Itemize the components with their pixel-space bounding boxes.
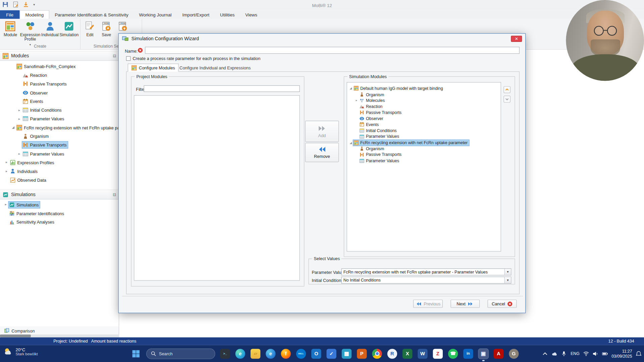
menu-tab-modeling[interactable]: Modeling — [19, 10, 49, 19]
firefox-icon[interactable]: f — [281, 349, 291, 358]
menu-tab-views[interactable]: Views — [240, 10, 263, 19]
tree-item-parameter-identifications[interactable]: Parameter Identifications — [0, 209, 119, 218]
remove-button[interactable]: Remove — [305, 143, 339, 162]
expander-open-icon[interactable]: ◢ — [11, 126, 16, 129]
menu-tab-working-journal[interactable]: Working Journal — [134, 10, 177, 19]
edge-teal-icon[interactable]: e — [235, 349, 245, 358]
taskbar-clock[interactable]: 11:27 03/09/2025 — [611, 349, 632, 358]
comparison-tab[interactable]: Comparison — [2, 327, 37, 334]
scrollbar-thumb[interactable] — [0, 335, 31, 338]
panel-minimize-icon[interactable]: ⊟ — [113, 192, 116, 197]
tree-item-events[interactable]: Events — [0, 97, 119, 106]
tree-item-passive-transports[interactable]: Passive Transports — [347, 152, 501, 158]
create-expression-profile-button[interactable]: Expression Profile ▾ — [20, 20, 41, 48]
tree-item-observer[interactable]: Observer — [0, 88, 119, 97]
tree-item-organism[interactable]: Organism — [347, 92, 501, 98]
name-input[interactable] — [145, 47, 520, 54]
tree-item-initial-conditions[interactable]: Initial Conditions — [347, 128, 501, 134]
simulation-settings-save-button[interactable]: PKML Save — [99, 20, 114, 38]
wifi-icon[interactable] — [583, 351, 589, 356]
next-button[interactable]: Next — [450, 300, 480, 308]
whatsapp-icon[interactable]: ☎ — [448, 349, 458, 358]
tree-item-fcrn-recycling-extension-with-net-fcrn-uptake-parameter[interactable]: ◢FcRn recycling extension with net FcRn … — [0, 123, 119, 132]
expander-closed-icon[interactable]: ▸ — [4, 169, 9, 173]
office-orange-icon[interactable]: P — [357, 349, 367, 358]
process-rate-checkbox[interactable] — [126, 56, 130, 61]
taskbar-weather-widget[interactable]: 20°C Stark bewölkt — [3, 347, 38, 357]
menu-tab-file[interactable]: File — [0, 10, 19, 19]
parameter-values-combobox[interactable]: FcRn recycling extension with net FcRn u… — [341, 268, 512, 276]
tree-item-passive-transports[interactable]: Passive Transports — [347, 110, 501, 116]
panel-minimize-icon[interactable]: ⊟ — [113, 54, 116, 58]
tree-item-simulations[interactable]: ▸Simulations — [0, 200, 119, 209]
chrome-icon[interactable] — [372, 349, 382, 358]
tree-item-sensitivity-analyses[interactable]: Sensitivity Analyses — [0, 218, 119, 227]
todo-icon[interactable]: ✓ — [326, 349, 336, 358]
excel-icon[interactable]: X — [402, 349, 412, 358]
tray-chevron-up-icon[interactable] — [542, 351, 548, 356]
chevron-down-icon[interactable]: ▼ — [504, 269, 511, 275]
tree-item-passive-transports[interactable]: Passive Transports — [0, 141, 119, 149]
close-icon[interactable]: ✕ — [511, 36, 522, 42]
previous-button[interactable]: Previous — [413, 300, 443, 308]
tree-item-expression-profiles[interactable]: ▸Expression Profiles — [0, 158, 119, 167]
file-explorer-icon[interactable]: ▱ — [251, 349, 260, 358]
menu-tab-utilities[interactable]: Utilities — [215, 10, 240, 19]
word-icon[interactable]: W — [418, 349, 427, 358]
expander-closed-icon[interactable]: ▸ — [355, 99, 359, 102]
move-up-button[interactable] — [503, 86, 511, 93]
speaker-icon[interactable] — [593, 351, 598, 356]
tree-item-parameter-values[interactable]: ▸Parameter Values — [0, 149, 119, 158]
create-individual-button[interactable]: Individual — [41, 20, 59, 38]
onedrive-cloud-icon[interactable] — [552, 351, 557, 356]
r-project-icon[interactable]: R — [387, 349, 397, 358]
taskbar-search[interactable]: Search — [146, 348, 215, 359]
modules-panel-header[interactable]: Modules ⊟ — [0, 51, 119, 61]
tree-item-parameter-values[interactable]: Parameter Values — [347, 134, 501, 140]
dell-icon[interactable]: DELL — [296, 349, 306, 358]
menu-tab-parameter-identification[interactable]: Parameter Identification & Sensitivity — [49, 10, 133, 19]
tree-item-initial-conditions[interactable]: ▸Initial Conditions — [0, 106, 119, 114]
tree-item-events[interactable]: Events — [347, 122, 501, 128]
zotero-icon[interactable]: Z — [433, 349, 443, 358]
menu-tab-import-export[interactable]: Import/Export — [177, 10, 215, 19]
tree-item-fcrn-recycling-extension-with-net-fcrn-uptake-parameter[interactable]: ◢FcRn recycling extension with net FcRn … — [347, 140, 501, 146]
screen-capture-icon[interactable]: ▣ — [479, 349, 488, 358]
teams-calendar-icon[interactable]: ▦ — [342, 349, 352, 358]
tab-configure-individual-expressions[interactable]: Configure Individual and Expressions — [168, 64, 254, 72]
expander-closed-icon[interactable]: ▸ — [17, 152, 22, 156]
chevron-down-icon[interactable]: ▼ — [504, 277, 511, 283]
tree-item-default-human-igg-model-with-target-binding[interactable]: ◢Default human IgG model with target bin… — [347, 85, 501, 92]
project-modules-list[interactable] — [134, 95, 300, 281]
tree-item-parameter-values[interactable]: Parameter Values — [347, 158, 501, 164]
tree-item-organism[interactable]: Organism — [0, 132, 119, 141]
battery-icon[interactable] — [602, 351, 608, 356]
initial-conditions-combobox[interactable]: No Initial Conditions ▼ — [341, 277, 512, 284]
tree-item-observer[interactable]: Observer — [347, 116, 501, 122]
tree-item-parameter-values[interactable]: ▸Parameter Values — [0, 114, 119, 123]
move-down-button[interactable] — [503, 96, 511, 103]
gimp-icon[interactable]: G — [509, 349, 519, 358]
horizontal-scrollbar[interactable] — [0, 335, 119, 338]
terminal-icon[interactable]: >_ — [220, 349, 230, 358]
tree-item-reaction[interactable]: Reaction — [0, 71, 119, 79]
tree-item-passive-transports[interactable]: Passive Transports — [0, 79, 119, 88]
tree-item-molecules[interactable]: ▸Molecules — [347, 98, 501, 104]
tree-item-reaction[interactable]: Reaction — [347, 104, 501, 110]
language-indicator[interactable]: ENG — [571, 351, 580, 356]
expander-closed-icon[interactable]: ▸ — [4, 161, 9, 164]
simulations-panel-header[interactable]: Simulations ⊟ — [0, 190, 119, 199]
tab-configure-modules[interactable]: Configure Modules — [128, 64, 179, 72]
expander-open-icon[interactable]: ◢ — [349, 87, 353, 90]
outlook-icon[interactable]: O — [311, 349, 321, 358]
notifications-bell-icon[interactable] — [636, 351, 642, 356]
tree-item-organism[interactable]: Organism — [347, 146, 501, 152]
expander-open-icon[interactable]: ◢ — [349, 141, 353, 144]
tree-item-individuals[interactable]: ▸Individuals — [0, 167, 119, 176]
acrobat-icon[interactable]: A — [494, 349, 503, 358]
create-simulation-button[interactable]: Simulation — [60, 20, 78, 38]
start-button[interactable] — [130, 348, 141, 359]
add-button[interactable]: Add — [305, 121, 339, 142]
filter-input[interactable] — [144, 85, 300, 92]
linkedin-icon[interactable]: in — [463, 349, 473, 358]
